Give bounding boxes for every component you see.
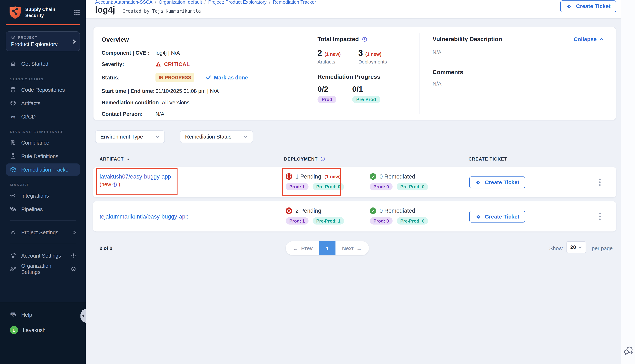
column-header-artifact[interactable]: ARTIFACT ▲ [100,156,130,162]
section-risk-compliance: RISK AND COMPLIANCE [10,130,80,134]
sidebar-item-project-settings[interactable]: Project Settings [6,226,80,238]
artifact-new-marker: (new ) [100,180,120,188]
row-menu-kebab-icon[interactable] [597,211,602,222]
chevron-down-icon [155,135,159,138]
pending-prod-badge: Prod: 1 [286,217,309,224]
app-switcher-grid-icon[interactable] [74,9,80,16]
sidebar-item-remediation-tracker[interactable]: Remediation Tracker [6,164,80,176]
sidebar-item-pipelines[interactable]: Pipelines [6,203,80,215]
section-manage: MANAGE [10,182,80,187]
ticket-diamond-icon [475,179,482,186]
ticket-diamond-icon [475,213,482,220]
project-selector[interactable]: PROJECT Product Exploratory [6,31,80,51]
environment-type-filter[interactable]: Environment Type [95,130,165,143]
sidebar-item-cicd[interactable]: ∞ CI/CD [6,110,80,123]
remediation-progress-heading: Remediation Progress [317,74,419,80]
page-size-select[interactable]: 20 [566,241,586,253]
accent-divider [6,24,80,25]
info-icon[interactable] [71,266,76,272]
divider [10,244,76,244]
sidebar-item-code-repositories[interactable]: Code Repositories [6,84,80,96]
table-row: tejakummarikuntla/easy-buggy-app 2 [93,201,616,231]
page-number-active[interactable]: 1 [319,241,335,255]
page-content: Overview Component | CVE : log4j | N/A S… [86,19,621,364]
impacted-artifacts-new: (1 new) [324,52,341,57]
sidebar-item-compliance[interactable]: Compliance [6,136,80,149]
integration-node-icon [10,192,16,199]
column-header-create-ticket: CREATE TICKET [469,156,507,162]
info-icon[interactable] [112,182,117,187]
remediation-status-filter[interactable]: Remediation Status [180,130,253,143]
comments-heading: Comments [433,69,603,76]
ticket-diamond-icon [566,3,573,10]
artifact-link[interactable]: lavakush07/easy-buggy-app [100,173,171,180]
divider [10,220,76,221]
artifact-cell: lavakush07/easy-buggy-app (new ) [100,173,171,188]
info-icon[interactable] [71,253,76,258]
pagination-summary: 2 of 2 [100,245,112,251]
artifact-link[interactable]: tejakummarikuntla/easy-buggy-app [100,213,188,220]
check-icon [206,75,211,80]
condition-value: All Versions [162,100,190,106]
arrow-right-icon: → [356,245,362,251]
code-repo-icon [10,86,16,93]
help-chat-icon: ? [10,311,16,318]
mark-as-done-button[interactable]: Mark as done [206,74,248,80]
info-icon[interactable] [362,36,367,42]
layers-gear-icon [10,252,16,259]
chevron-up-icon [599,38,603,40]
contact-label: Contact Person: [102,111,155,117]
remediated-deployments-cell: 0 Remediated Prod: 0 Pre-Prod: 0 [370,173,428,190]
page-title: log4j [95,5,115,15]
svg-text:?: ? [12,313,14,315]
sidebar-item-organization-settings[interactable]: Organization Settings [6,263,80,275]
remediated-preprod-badge: Pre-Prod: 0 [397,217,428,224]
pending-deployments-cell: 1 Pending (1 new) Prod: 1 Pre-Prod: 0 [286,173,344,190]
sidebar-item-integrations[interactable]: Integrations [6,190,80,202]
gear-icon [10,229,16,236]
info-icon[interactable] [320,156,325,162]
next-page-button[interactable]: Next → [335,245,369,251]
user-menu[interactable]: L Lavakush [6,324,80,336]
breadcrumb-project[interactable]: Project: Product Exploratory [208,0,267,4]
collapse-left-arrow-icon [82,314,84,318]
row-menu-kebab-icon[interactable] [597,177,602,188]
component-cve-label: Component | CVE : [102,50,155,56]
arrow-left-icon: ← [293,245,298,251]
sidebar-item-artifacts[interactable]: Artifacts [6,97,80,109]
chevron-right-icon [72,39,76,44]
sidebar-item-help[interactable]: ? Help [6,308,80,321]
app-title: Supply Chain Security [25,6,70,18]
preprod-progress-value: 0/1 [352,85,387,94]
project-type-label: PROJECT [18,35,38,39]
create-ticket-button-row[interactable]: Create Ticket [469,176,525,188]
app-logo: Supply Chain Security [0,0,86,19]
details-section: Vulnerability Description Collapse N/A C… [420,27,616,120]
remediated-prod-badge: Prod: 0 [370,183,392,190]
sidebar-item-get-started[interactable]: Get Started [6,58,80,70]
breadcrumb-remediation-tracker[interactable]: Remediation Tracker [273,0,316,4]
create-ticket-button-header[interactable]: Create Ticket [561,0,616,12]
severity-value: CRITICAL [155,61,190,67]
collapse-button[interactable]: Collapse [574,36,603,42]
chevron-down-icon [578,246,582,248]
shield-logo-icon [9,6,21,19]
cube-icon [10,100,16,106]
create-ticket-button-row[interactable]: Create Ticket [469,210,525,222]
component-cve-value: log4j | N/A [155,50,180,56]
project-name: Product Exploratory [11,41,69,47]
sidebar-item-rule-definitions[interactable]: Rule Definitions [6,150,80,162]
status-label: Status: [102,74,155,80]
preprod-badge: Pre-Prod [352,96,380,103]
impacted-deployments-caption: Deployments [358,59,399,65]
comments-value: N/A [433,81,603,87]
impact-section: Total Impacted 2 (1 new) [292,27,419,120]
sidebar-item-account-settings[interactable]: Account Settings [6,249,80,262]
prod-progress-value: 0/2 [317,85,352,94]
remediated-check-icon [370,208,376,214]
time-label: Start time | End time: [102,88,155,94]
prev-page-button[interactable]: ← Prev [286,245,319,251]
breadcrumb-organization[interactable]: Organization: default [159,0,202,4]
breadcrumb-account[interactable]: Account: Automation-SSCA [95,0,152,4]
support-chat-icon[interactable] [623,346,634,356]
